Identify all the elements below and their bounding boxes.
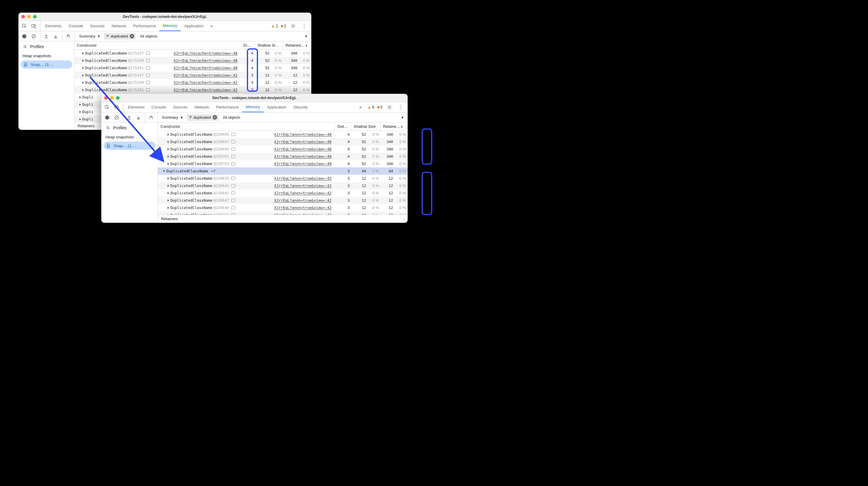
- inspect-icon[interactable]: [20, 22, 28, 30]
- tab-network[interactable]: Network: [108, 21, 130, 31]
- table-row[interactable]: DuplicatedClassName @139701 XJrrEgL?anon…: [158, 153, 408, 160]
- view-mode-dropdown[interactable]: Summary ▾: [77, 33, 102, 39]
- filter-chip[interactable]: ⧩ duplicated ✕: [104, 33, 136, 39]
- col-constructor[interactable]: Constructor: [158, 122, 335, 131]
- col-retained[interactable]: Retaine…▼: [381, 122, 408, 131]
- warnings-badge[interactable]: ▲2: [271, 24, 278, 28]
- tab-console[interactable]: Console: [148, 102, 169, 112]
- profiles-sidebar: Profiles Heap snapshots Snap… (1.…: [101, 122, 158, 223]
- tab-application[interactable]: Application: [264, 102, 290, 112]
- zoom-window-button[interactable]: [116, 96, 120, 100]
- table-row[interactable]: DuplicatedClassName @139699 XJrrEgL?anon…: [158, 145, 408, 153]
- tabs-overflow-icon[interactable]: »: [207, 21, 216, 31]
- table-row-group[interactable]: DuplicatedClassName ×7 3 84 0 % 84 0 %: [158, 167, 408, 175]
- settings-icon[interactable]: [289, 22, 297, 30]
- col-shallow[interactable]: Shallow Si…: [255, 41, 283, 49]
- view-mode-dropdown[interactable]: Summary ▾: [160, 114, 185, 120]
- svg-point-13: [108, 128, 109, 129]
- col-shallow[interactable]: Shallow Size: [351, 122, 381, 131]
- tab-memory[interactable]: Memory: [242, 102, 264, 112]
- kebab-menu-icon[interactable]: ⋮: [397, 103, 405, 111]
- table-row[interactable]: DuplicatedClassName @175261 XJrrEgL?noca…: [75, 64, 311, 72]
- table-row[interactable]: DuplicatedClassName @139649 XJrrEgL?anon…: [158, 204, 408, 211]
- svg-point-10: [389, 106, 391, 108]
- tab-performance[interactable]: Performance: [130, 21, 159, 31]
- settings-icon[interactable]: [385, 103, 394, 111]
- filter-chip[interactable]: ⧩ duplicated ✕: [187, 114, 219, 121]
- retainers-panel[interactable]: Retainers ≡: [158, 215, 408, 223]
- upload-icon[interactable]: [42, 32, 50, 40]
- table-row[interactable]: DuplicatedClassName @139703 XJrrEgL?anon…: [158, 160, 408, 167]
- zoom-window-button[interactable]: [33, 15, 37, 19]
- table-row[interactable]: DuplicatedClassName @139641 XJrrEgL?anon…: [158, 182, 408, 189]
- clear-filter-icon[interactable]: ✕: [213, 115, 217, 120]
- table-row[interactable]: DuplicatedClassName @139647 XJrrEgL?anon…: [158, 197, 408, 204]
- minimize-window-button[interactable]: [27, 15, 31, 19]
- clear-icon[interactable]: [30, 32, 38, 40]
- table-row[interactable]: DuplicatedClassName @139643 XJrrEgL?anon…: [158, 189, 408, 197]
- snapshot-label: Snap… (3.…: [31, 62, 54, 67]
- tabs-overflow-icon[interactable]: »: [356, 103, 365, 111]
- gc-icon[interactable]: [147, 113, 155, 122]
- filter-icon: ⧩: [106, 34, 109, 39]
- table-row[interactable]: DuplicatedClassName @139695 XJrrEgL?anon…: [158, 131, 408, 138]
- tab-elements[interactable]: Elements: [124, 102, 148, 112]
- record-button[interactable]: [103, 113, 111, 122]
- gc-icon[interactable]: [64, 32, 72, 40]
- snapshot-item[interactable]: Snap… (3.…: [21, 60, 72, 68]
- objects-filter-label: All objects: [140, 34, 157, 38]
- device-toggle-icon[interactable]: [113, 103, 121, 111]
- tab-security[interactable]: Security: [290, 102, 311, 112]
- col-retained[interactable]: Retained…▼: [283, 41, 311, 49]
- table-row[interactable]: DuplicatedClassName @175259 XJrrEgL?noca…: [75, 57, 311, 64]
- download-icon[interactable]: [134, 113, 143, 122]
- titlebar: DevTools - codepen.io/web-dot-dev/pen/XJ…: [101, 94, 408, 102]
- tab-console[interactable]: Console: [65, 21, 87, 31]
- sliders-icon: [23, 44, 27, 49]
- table-row[interactable]: DuplicatedClassName @175197 XJrrEgL?noca…: [75, 72, 311, 79]
- snapshot-item[interactable]: Snap… (1.…: [104, 142, 155, 150]
- table-row[interactable]: DuplicatedClassName @139651 XJrrEgL?anon…: [158, 211, 408, 215]
- drag-handle-icon[interactable]: ≡: [403, 217, 405, 221]
- col-distance[interactable]: Dist…: [335, 122, 351, 131]
- table-row[interactable]: DuplicatedClassName @139639 XJrrEgL?anon…: [158, 175, 408, 182]
- filter-text: duplicated: [193, 115, 211, 120]
- tab-sources[interactable]: Sources: [169, 102, 191, 112]
- tab-memory[interactable]: Memory: [159, 21, 181, 31]
- clear-filter-icon[interactable]: ✕: [130, 34, 134, 38]
- close-window-button[interactable]: [104, 96, 108, 100]
- kebab-menu-icon[interactable]: ⋮: [300, 22, 308, 30]
- tab-application[interactable]: Application: [181, 21, 207, 31]
- download-icon[interactable]: [52, 32, 60, 40]
- clear-icon[interactable]: [113, 113, 121, 122]
- tab-network[interactable]: Network: [191, 102, 213, 112]
- table-row[interactable]: DuplicatedClassName @175199 XJrrEgL?noca…: [75, 79, 311, 86]
- devtools-tab-bar: Elements Console Sources Network Perform…: [19, 21, 311, 31]
- objects-filter-dropdown[interactable]: All objects ▾: [137, 33, 310, 39]
- issues-badge[interactable]: ■5: [377, 105, 382, 109]
- objects-filter-dropdown[interactable]: All objects ▾: [220, 114, 406, 120]
- warnings-badge[interactable]: ▲6: [368, 105, 374, 109]
- table-row[interactable]: DuplicatedClassName @175257 XJrrEgL?noca…: [75, 50, 311, 57]
- table-row[interactable]: DuplicatedClassName @139697 XJrrEgL?anon…: [158, 138, 408, 145]
- traffic-lights: [21, 15, 37, 19]
- table-row[interactable]: DuplicatedClassName @175201 XJrrEgL?noca…: [75, 86, 311, 93]
- upload-icon[interactable]: [125, 113, 133, 122]
- tab-sources[interactable]: Sources: [87, 21, 108, 31]
- svg-point-6: [25, 47, 26, 48]
- tab-performance[interactable]: Performance: [213, 102, 242, 112]
- minimize-window-button[interactable]: [110, 96, 114, 100]
- tab-elements[interactable]: Elements: [41, 21, 65, 31]
- issues-badge[interactable]: ■2: [281, 24, 286, 28]
- device-toggle-icon[interactable]: [30, 22, 38, 30]
- svg-point-3: [292, 25, 294, 27]
- inspect-icon[interactable]: [103, 103, 111, 111]
- objects-filter-label: All objects: [223, 115, 240, 120]
- memory-toolbar: Summary ▾ ⧩ duplicated ✕ All objects ▾: [19, 31, 311, 41]
- col-distance[interactable]: Di…: [241, 41, 255, 49]
- close-window-button[interactable]: [21, 15, 25, 19]
- window-title: DevTools - codepen.io/web-dot-dev/pen/XJ…: [104, 96, 405, 100]
- tab-list: Elements Console Sources Network Perform…: [41, 21, 216, 31]
- record-button[interactable]: [20, 32, 28, 40]
- col-constructor[interactable]: Constructor: [75, 41, 241, 49]
